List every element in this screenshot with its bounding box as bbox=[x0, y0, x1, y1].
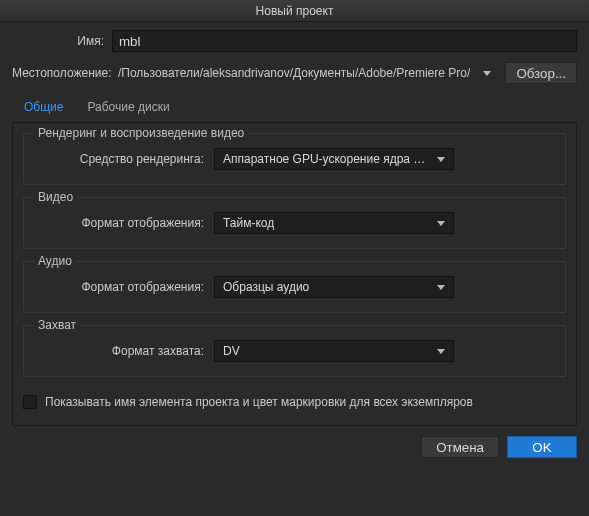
video-display-field: Формат отображения: Тайм-код bbox=[36, 212, 553, 234]
window-title: Новый проект bbox=[256, 4, 334, 18]
audio-display-dropdown[interactable]: Образцы аудио bbox=[214, 276, 454, 298]
chevron-down-icon bbox=[483, 71, 491, 76]
renderer-dropdown[interactable]: Аппаратное GPU-ускорение ядра Merc bbox=[214, 148, 454, 170]
window-titlebar: Новый проект bbox=[0, 0, 589, 22]
cancel-button[interactable]: Отмена bbox=[421, 436, 499, 458]
tab-body: Рендеринг и воспроизведение видео Средст… bbox=[12, 123, 577, 426]
section-audio-legend: Аудио bbox=[34, 254, 76, 268]
section-render-legend: Рендеринг и воспроизведение видео bbox=[34, 126, 248, 140]
chevron-down-icon bbox=[437, 157, 445, 162]
section-capture: Захват Формат захвата: DV bbox=[23, 325, 566, 377]
dialog-footer: Отмена OK bbox=[0, 426, 589, 468]
browse-button[interactable]: Обзор... bbox=[505, 62, 577, 84]
video-display-dropdown[interactable]: Тайм-код bbox=[214, 212, 454, 234]
renderer-label: Средство рендеринга: bbox=[36, 152, 214, 166]
location-label: Местоположение: bbox=[12, 66, 112, 80]
dialog-content: Имя: Местоположение: /Пользователи/aleks… bbox=[0, 22, 589, 426]
capture-format-field: Формат захвата: DV bbox=[36, 340, 553, 362]
capture-format-label: Формат захвата: bbox=[36, 344, 214, 358]
video-display-label: Формат отображения: bbox=[36, 216, 214, 230]
chevron-down-icon bbox=[437, 349, 445, 354]
tab-general[interactable]: Общие bbox=[12, 94, 75, 122]
chevron-down-icon bbox=[437, 221, 445, 226]
ok-button[interactable]: OK bbox=[507, 436, 577, 458]
capture-format-value: DV bbox=[223, 344, 240, 358]
capture-format-dropdown[interactable]: DV bbox=[214, 340, 454, 362]
audio-display-label: Формат отображения: bbox=[36, 280, 214, 294]
name-label: Имя: bbox=[12, 34, 112, 48]
show-names-checkbox[interactable] bbox=[23, 395, 37, 409]
show-names-row: Показывать имя элемента проекта и цвет м… bbox=[23, 395, 566, 409]
tab-bar: Общие Рабочие диски bbox=[12, 94, 577, 123]
section-capture-legend: Захват bbox=[34, 318, 80, 332]
show-names-label: Показывать имя элемента проекта и цвет м… bbox=[45, 395, 473, 409]
chevron-down-icon bbox=[437, 285, 445, 290]
audio-display-field: Формат отображения: Образцы аудио bbox=[36, 276, 553, 298]
location-value: /Пользователи/aleksandrivanov/Документы/… bbox=[118, 66, 470, 80]
section-video: Видео Формат отображения: Тайм-код bbox=[23, 197, 566, 249]
video-display-value: Тайм-код bbox=[223, 216, 274, 230]
renderer-field: Средство рендеринга: Аппаратное GPU-уско… bbox=[36, 148, 553, 170]
section-audio: Аудио Формат отображения: Образцы аудио bbox=[23, 261, 566, 313]
audio-display-value: Образцы аудио bbox=[223, 280, 309, 294]
renderer-value: Аппаратное GPU-ускорение ядра Merc bbox=[223, 152, 431, 166]
name-row: Имя: bbox=[12, 30, 577, 52]
name-input[interactable] bbox=[112, 30, 577, 52]
section-render: Рендеринг и воспроизведение видео Средст… bbox=[23, 133, 566, 185]
location-dropdown[interactable]: /Пользователи/aleksandrivanov/Документы/… bbox=[112, 62, 497, 84]
location-row: Местоположение: /Пользователи/aleksandri… bbox=[12, 62, 577, 84]
section-video-legend: Видео bbox=[34, 190, 77, 204]
tab-scratch-disks[interactable]: Рабочие диски bbox=[75, 94, 181, 122]
